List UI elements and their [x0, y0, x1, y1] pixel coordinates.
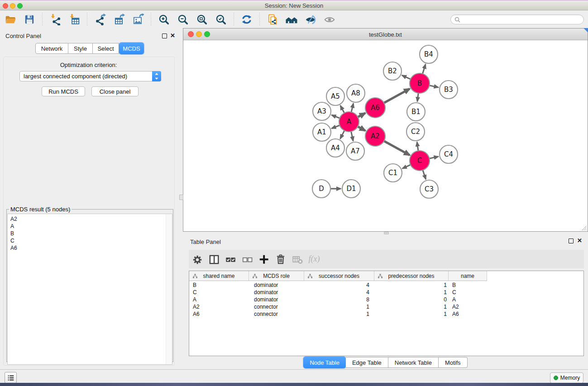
- graph-node-B1[interactable]: B1: [407, 103, 425, 121]
- graph-node-A2[interactable]: A2: [365, 126, 385, 146]
- graph-node-A1[interactable]: A1: [313, 123, 331, 141]
- select-all-icon[interactable]: [225, 253, 236, 265]
- cell[interactable]: A: [449, 296, 487, 303]
- cell[interactable]: 1: [374, 310, 449, 318]
- tab-edge-table[interactable]: Edge Table: [346, 357, 388, 368]
- close-panel-button[interactable]: Close panel: [91, 86, 139, 96]
- column-header-successor-nodes[interactable]: successor nodes: [304, 271, 374, 281]
- deselect-all-icon[interactable]: [241, 253, 253, 265]
- graph-node-A[interactable]: A: [339, 112, 359, 132]
- mcds-result-item[interactable]: C: [10, 237, 172, 244]
- graph-node-C4[interactable]: C4: [440, 145, 458, 163]
- mcds-result-list[interactable]: A2ABCA6: [7, 214, 172, 365]
- zoom-fit-icon[interactable]: [195, 13, 209, 26]
- birdseye-view-icon[interactable]: [323, 13, 336, 26]
- cell[interactable]: 0: [374, 296, 449, 303]
- column-header-shared-name[interactable]: shared name: [189, 271, 249, 281]
- cell[interactable]: A6: [189, 310, 249, 318]
- network-window-titlebar[interactable]: testGlobe.txt: [183, 29, 588, 40]
- cell[interactable]: A: [189, 296, 249, 303]
- cell[interactable]: connector: [249, 310, 304, 318]
- cell[interactable]: 1: [304, 310, 374, 318]
- columns-icon[interactable]: [208, 253, 220, 265]
- export-table-icon[interactable]: [112, 13, 126, 26]
- criterion-dropdown[interactable]: largest connected component (directed): [19, 71, 161, 81]
- float-panel-icon[interactable]: [162, 33, 167, 38]
- graph-node-C[interactable]: C: [410, 151, 430, 171]
- cell[interactable]: dominator: [249, 289, 304, 296]
- cell[interactable]: A2: [189, 303, 249, 310]
- cell[interactable]: A6: [449, 310, 487, 318]
- import-network-icon[interactable]: [48, 13, 62, 26]
- graph-node-C2[interactable]: C2: [406, 123, 425, 141]
- graph-node-D1[interactable]: D1: [342, 180, 360, 198]
- cell[interactable]: 4: [304, 281, 374, 289]
- cell[interactable]: 1: [304, 303, 374, 310]
- graph-node-A3[interactable]: A3: [313, 102, 331, 120]
- cell[interactable]: 1: [374, 289, 449, 296]
- delete-table-icon[interactable]: [292, 253, 303, 265]
- graph-node-B3[interactable]: B3: [440, 81, 458, 99]
- tab-network-table[interactable]: Network Table: [388, 357, 439, 368]
- function-builder-icon[interactable]: f(x): [308, 253, 320, 265]
- zoom-selected-icon[interactable]: [214, 13, 228, 26]
- tab-motifs[interactable]: Motifs: [439, 357, 468, 368]
- mcds-result-item[interactable]: A6: [10, 244, 172, 252]
- graph-node-A8[interactable]: A8: [347, 84, 365, 102]
- settings-icon[interactable]: [191, 253, 203, 265]
- mcds-result-item[interactable]: B: [10, 230, 172, 237]
- table-float-icon[interactable]: [569, 238, 574, 243]
- cell[interactable]: 1: [374, 303, 449, 310]
- cell[interactable]: 8: [304, 296, 374, 303]
- tab-select[interactable]: Select: [93, 43, 119, 54]
- app-titlebar[interactable]: Session: New Session: [0, 0, 588, 10]
- graph-node-C3[interactable]: C3: [420, 180, 438, 198]
- tab-style[interactable]: Style: [68, 43, 93, 54]
- resize-grip-icon[interactable]: [581, 225, 587, 231]
- table-row-A6[interactable]: A6connector11A6: [189, 310, 583, 318]
- tab-node-table[interactable]: Node Table: [303, 357, 346, 368]
- cell[interactable]: C: [449, 289, 487, 296]
- result-scrollbar[interactable]: [166, 214, 172, 364]
- cell[interactable]: 4: [304, 289, 374, 296]
- table-row-B[interactable]: Bdominator41B: [189, 281, 583, 289]
- column-header-MCDS-role[interactable]: MCDS role: [249, 271, 304, 281]
- import-table-icon[interactable]: [67, 13, 81, 26]
- close-panel-icon[interactable]: ✕: [170, 33, 175, 38]
- graph-node-A6[interactable]: A6: [365, 98, 385, 118]
- graph-node-A5[interactable]: A5: [326, 87, 344, 105]
- table-close-icon[interactable]: ✕: [577, 238, 582, 243]
- task-history-button[interactable]: [5, 372, 17, 383]
- mcds-result-item[interactable]: A2: [10, 215, 172, 223]
- graph-node-B2[interactable]: B2: [383, 62, 402, 80]
- cell[interactable]: B: [189, 281, 249, 289]
- cell[interactable]: dominator: [249, 296, 304, 303]
- cell[interactable]: A2: [449, 303, 487, 310]
- table-row-A2[interactable]: A2connector11A2: [189, 303, 583, 310]
- tab-mcds[interactable]: MCDS: [119, 43, 144, 54]
- horizontal-splitter-handle[interactable]: [384, 232, 389, 234]
- graph-node-B4[interactable]: B4: [420, 45, 438, 63]
- first-neighbors-icon[interactable]: [285, 13, 298, 26]
- memory-button[interactable]: Memory: [550, 372, 583, 383]
- cell[interactable]: connector: [249, 303, 304, 310]
- hide-details-icon[interactable]: [304, 13, 317, 26]
- zoom-in-icon[interactable]: [157, 13, 171, 26]
- graph-node-D[interactable]: D: [312, 180, 330, 198]
- table-row-A[interactable]: Adominator80A: [189, 296, 583, 303]
- run-mcds-button[interactable]: Run MCDS: [42, 86, 85, 96]
- zoom-out-icon[interactable]: [176, 13, 190, 26]
- search-input[interactable]: [450, 14, 584, 24]
- graph-node-C1[interactable]: C1: [384, 164, 402, 182]
- open-session-icon[interactable]: [4, 13, 17, 26]
- graph-node-A7[interactable]: A7: [346, 142, 364, 160]
- column-header-predecessor-nodes[interactable]: predecessor nodes: [374, 271, 449, 281]
- graph-node-A4[interactable]: A4: [326, 139, 344, 157]
- table-row-C[interactable]: Cdominator41C: [189, 289, 583, 296]
- refresh-layout-icon[interactable]: [240, 13, 253, 26]
- delete-rows-icon[interactable]: [275, 253, 287, 265]
- tab-network[interactable]: Network: [35, 43, 68, 54]
- cell[interactable]: B: [449, 281, 487, 289]
- export-image-icon[interactable]: [131, 13, 145, 26]
- mcds-result-item[interactable]: A: [10, 223, 172, 230]
